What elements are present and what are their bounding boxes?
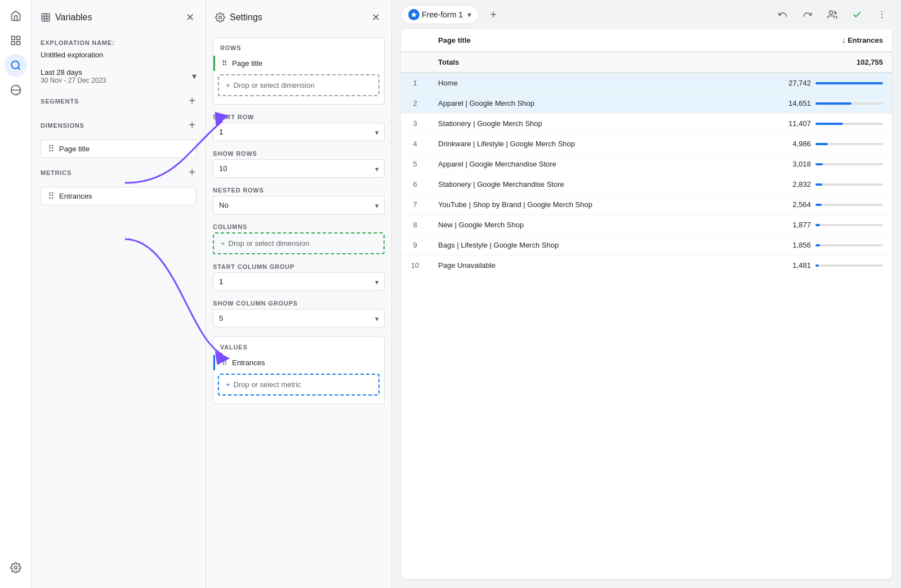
nav-reports[interactable] [5,29,27,52]
tab-freeform-1[interactable]: Free-form 1 ▾ [401,5,479,24]
row-value-9: 1,856 [734,235,892,255]
dimension-chip-label: Page title [59,145,90,153]
left-nav [0,0,32,588]
table-row[interactable]: 4 Drinkware | Lifestyle | Google Merch S… [401,134,892,154]
variables-title: Variables [41,12,92,23]
table-row[interactable]: 2 Apparel | Google Merch Shop 14,651 [401,93,892,114]
drop-metric-label: Drop or select metric [234,380,301,389]
variables-close[interactable]: ✕ [184,9,197,26]
more-button[interactable] [872,5,892,25]
add-metric-button[interactable]: + [188,165,197,180]
exploration-name-label: EXPLORATION NAME: [32,33,206,48]
row-drag-icon: ⠿ [222,59,228,68]
table-row[interactable]: 8 New | Google Merch Shop 1,877 [401,215,892,235]
bar-container-5 [815,163,883,165]
row-num-9: 9 [401,235,429,255]
page-title-dimension-chip[interactable]: ⠿ Page title [41,140,197,158]
columns-label: COLUMNS [213,223,385,230]
undo-button[interactable] [773,5,793,25]
row-title-5: Apparel | Google Merchandise Store [429,154,734,174]
nav-explore[interactable] [5,54,27,77]
row-num-1: 1 [401,73,429,93]
th-page-title[interactable]: Page title [429,29,734,52]
row-num-3: 3 [401,114,429,134]
svg-point-14 [881,14,882,15]
page-title-row-item[interactable]: ⠿ Page title [213,56,384,71]
bar-fill-5 [815,163,823,165]
add-tab-button[interactable]: + [483,5,503,25]
show-col-groups-label: SHOW COLUMN GROUPS [213,300,385,307]
entrances-metric-chip[interactable]: ⠿ Entrances [41,187,197,205]
drag-metric-icon: ⠿ [48,191,55,201]
bar-container-6 [815,183,883,186]
rows-section: ROWS ⠿ Page title + Drop or select dimen… [213,37,385,105]
nav-home[interactable] [5,5,27,27]
bar-container-7 [815,204,883,206]
row-num-6: 6 [401,174,429,195]
drop-dimension-rows[interactable]: + Drop or select dimension [218,74,380,96]
segments-row: SEGMENTS + [32,89,206,113]
table-row[interactable]: 3 Stationery | Google Merch Shop 11,407 [401,114,892,134]
entrances-value-item[interactable]: ⠿ Entrances [213,355,384,370]
row-value-4: 4,986 [734,134,892,154]
table-row[interactable]: 9 Bags | Lifestyle | Google Merch Shop 1… [401,235,892,255]
report-table: Page title ↓ Entrances Totals 102,755 1 … [401,29,892,276]
dimensions-row: DIMENSIONS + [32,113,206,137]
bar-fill-4 [815,143,828,145]
row-num-10: 10 [401,255,429,276]
row-title-2: Apparel | Google Merch Shop [429,93,734,114]
row-num-8: 8 [401,215,429,235]
redo-button[interactable] [797,5,818,25]
metric-chip-label: Entrances [59,192,92,200]
svg-point-4 [11,61,19,69]
row-value-6: 2,832 [734,174,892,195]
tab-label: Free-form 1 [422,10,463,19]
row-item-label: Page title [232,59,262,68]
share-button[interactable] [822,5,842,25]
exploration-name-value[interactable]: Untitled exploration [32,48,206,64]
bar-fill-8 [815,224,820,226]
date-range-selector[interactable]: Last 28 days 30 Nov - 27 Dec 2023 ▾ [32,64,206,89]
drop-dimension-cols[interactable]: + Drop or select dimension [213,232,385,254]
table-row[interactable]: 6 Stationery | Google Merchandise Store … [401,174,892,195]
values-label: VALUES [213,342,384,355]
bar-container-1 [815,82,883,84]
nav-segment[interactable] [5,79,27,101]
table-row[interactable]: 7 YouTube | Shop by Brand | Google Merch… [401,195,892,215]
th-row-num [401,29,429,52]
th-entrances[interactable]: ↓ Entrances [734,29,892,52]
start-row-input[interactable] [213,123,385,141]
bar-container-10 [815,264,883,267]
start-row-field: START ROW [213,114,385,141]
drop-dimension-cols-label: Drop or select dimension [229,239,310,248]
drop-metric-values[interactable]: + Drop or select metric [218,374,380,396]
row-value-1: 27,742 [734,73,892,93]
nav-settings[interactable] [5,556,27,579]
show-col-groups-select[interactable]: 5 10 15 [213,309,385,327]
plus-icon-rows: + [226,81,230,89]
save-button[interactable] [847,5,867,25]
table-row[interactable]: 10 Page Unavailable 1,481 [401,255,892,276]
start-col-group-label: START COLUMN GROUP [213,263,385,270]
add-dimension-button[interactable]: + [188,118,197,133]
totals-num [401,52,429,73]
row-title-3: Stationery | Google Merch Shop [429,114,734,134]
bar-fill-1 [815,82,883,84]
start-col-group-wrap [213,272,385,291]
bar-container-4 [815,143,883,145]
nested-rows-select[interactable]: No Yes [213,196,385,214]
add-segment-button[interactable]: + [188,93,197,109]
date-range-sub: 30 Nov - 27 Dec 2023 [41,77,189,84]
svg-rect-2 [16,42,20,45]
bar-container-3 [815,123,883,125]
table-row[interactable]: 1 Home 27,742 [401,73,892,93]
show-rows-select[interactable]: 10 25 50 [213,159,385,178]
bar-fill-9 [815,244,820,246]
settings-header: Settings ✕ [206,0,391,33]
table-row[interactable]: 5 Apparel | Google Merchandise Store 3,0… [401,154,892,174]
start-col-group-input[interactable] [213,272,385,291]
plus-icon-metric: + [226,380,230,389]
svg-point-13 [881,11,882,12]
settings-close[interactable]: ✕ [369,9,382,26]
svg-line-5 [17,68,20,70]
